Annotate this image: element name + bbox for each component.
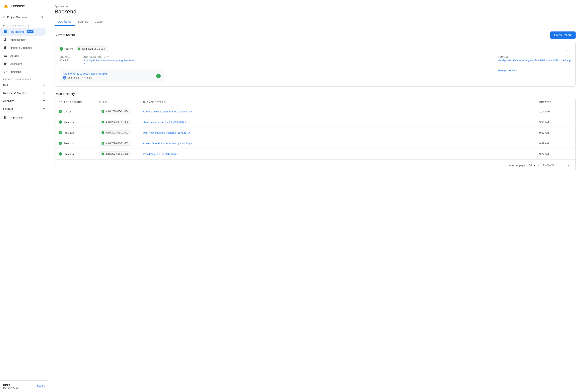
col-build: Build (99, 101, 143, 104)
check-circle-icon: ✓ (59, 131, 62, 134)
check-circle-icon: ✓ (60, 47, 63, 51)
status-cell: ✓ Current (59, 110, 99, 113)
build-check-icon: ✓ (102, 152, 104, 155)
tab-settings[interactable]: Settings (75, 18, 92, 26)
svg-rect-1 (4, 31, 7, 32)
col-created: Created (539, 101, 571, 104)
current-status-tag: ✓ Current (60, 47, 73, 51)
status-label: Previous (64, 142, 74, 145)
change-cell: show new chats in the UI (198a89f) ↗ (143, 120, 539, 124)
functions-icon (3, 70, 7, 74)
svg-rect-2 (4, 32, 7, 33)
sidebar-item-app-hosting[interactable]: App Hosting NEW (0, 28, 46, 36)
sidebar-item-authentication[interactable]: Authentication (0, 36, 46, 44)
build-cell: ✓ build-2024-05-11-003 (99, 120, 143, 124)
sidebar: Firebase ⌂ Project Overview ⚙ Project sh… (0, 0, 48, 392)
created-cell: 9:27 AM (539, 152, 571, 156)
created-value: 10:43 AM (60, 59, 71, 62)
check-circle-icon: ✓ (59, 142, 62, 145)
pagination-nav: ‹ › (558, 162, 571, 168)
change-cell: Install AngularFire (f04a06b) ↗ (143, 152, 539, 156)
tab-usage[interactable]: Usage (91, 18, 106, 26)
next-page-button[interactable]: › (565, 162, 571, 168)
sidebar-item-label-app-hosting: App Hosting (10, 30, 24, 33)
created-label: Created (60, 56, 71, 58)
plan-name: Blaze (3, 384, 19, 386)
tab-dashboard[interactable]: Dashboard (55, 18, 75, 26)
build-check-icon: ✓ (78, 48, 81, 50)
commit-check-icon: ✓ (156, 74, 161, 78)
prev-page-button[interactable]: ‹ (558, 162, 564, 168)
build-value: build-2024-05-11-000 (106, 152, 129, 155)
change-cell: Add the ability to post images (6341067)… (143, 110, 539, 113)
change-link[interactable]: Install AngularFire (f04a06b) ↗ (143, 152, 179, 156)
change-link[interactable]: show new chats in the UI (198a89f) ↗ (143, 121, 187, 124)
branch-icon: ⑂ (84, 76, 86, 79)
modify-button[interactable]: Modify (37, 385, 45, 388)
created-group: Created 10:43 AM (60, 56, 71, 65)
build-value: build-2024-05-11-002 (106, 131, 129, 134)
sidebar-item-extensions[interactable]: Extensions (0, 60, 46, 68)
build-tag-row: ✓ build-2024-05-11-000 (99, 152, 131, 156)
project-overview-row: ⌂ Project Overview ⚙ (0, 12, 48, 22)
project-overview-nav[interactable]: ⌂ Project Overview (3, 15, 27, 19)
extensions-icon (3, 62, 7, 66)
domain-url-link[interactable]: friendlychat-codelab--test-angular17-cod… (497, 59, 570, 62)
created-cell: 9:50 AM (539, 131, 571, 134)
source-repo-link[interactable]: https://github.com/jhuleatt/tmp-angular-… (83, 59, 137, 62)
rollout-tags: ✓ Current ✓ build-2024-05-11-004 (60, 46, 107, 51)
category-analytics[interactable]: Analytics ▾ (0, 97, 48, 105)
change-link[interactable]: Adding Google Authentication (dcaab0b) ↗ (143, 142, 193, 145)
sidebar-item-label-extensions: Extensions (10, 62, 23, 65)
change-link[interactable]: Add the ability to post images (6341067)… (143, 110, 193, 113)
project-shortcuts-label: Project shortcuts (0, 22, 48, 28)
status-cell: ✓ Previous (59, 142, 99, 145)
status-label: Current (64, 110, 72, 113)
build-value: build-2024-05-11-004 (106, 110, 129, 113)
sidebar-item-firestore[interactable]: Firestore Database (0, 44, 46, 52)
sidebar-item-label-firestore: Firestore Database (10, 46, 32, 49)
status-label: Previous (64, 121, 74, 124)
per-page-select[interactable]: 10 25 50 (527, 163, 536, 167)
table-row: ✓ Current ✓ build-2024-05-11-004 Add the… (55, 106, 575, 117)
created-cell: 9:49 AM (539, 142, 571, 145)
category-build[interactable]: Build ▾ (0, 81, 48, 89)
gear-icon: ⚙ (40, 15, 43, 19)
category-release-monitor[interactable]: Release & Monitor ▾ (0, 89, 48, 97)
items-per-page-label: Items per page: (508, 164, 526, 167)
overflow-menu-button[interactable]: ⋮ (565, 46, 570, 52)
manage-domains-link[interactable]: Manage domains (497, 69, 570, 72)
create-rollout-button[interactable]: Create rollout (550, 32, 575, 39)
sidebar-item-storage[interactable]: Storage (0, 52, 46, 60)
build-check-icon: ✓ (102, 121, 104, 124)
created-cell: 10:43 AM (539, 110, 571, 113)
build-tag: ✓ build-2024-05-11-004 (75, 46, 107, 51)
table-row: ✓ Previous ✓ build-2024-05-11-002 Post n… (55, 128, 575, 138)
page-title: Backend (55, 8, 575, 15)
status-label: Previous (64, 152, 74, 156)
source-repo-label: Source repository (83, 56, 137, 58)
settings-button[interactable]: ⚙ (39, 14, 45, 20)
sidebar-item-label-storage: Storage (10, 54, 19, 57)
build-cell: ✓ build-2024-05-11-002 (99, 130, 143, 135)
category-engage[interactable]: Engage ▾ (0, 105, 48, 113)
check-circle-icon: ✓ (59, 110, 62, 113)
product-categories-label: Product categories (0, 76, 48, 81)
commit-link[interactable]: Add the ability to post images (6341067) (63, 72, 110, 75)
chevron-down-icon: ▾ (43, 91, 45, 95)
sidebar-item-all-products[interactable]: All products (0, 114, 46, 122)
chevron-down-icon: ▾ (538, 164, 539, 166)
current-rollout-card: ✓ Current ✓ build-2024-05-11-004 ⋮ Creat… (55, 42, 575, 86)
build-check-icon: ✓ (102, 142, 104, 145)
build-cell: ✓ build-2024-05-11-000 (99, 152, 143, 156)
build-value: build-2024-05-11-003 (106, 121, 129, 124)
build-tag-row: ✓ build-2024-05-11-002 (99, 130, 131, 135)
build-cell: ✓ build-2024-05-11-004 (99, 109, 143, 114)
domains-group: Domains friendlychat-codelab--test-angul… (497, 56, 570, 72)
table-row: ✓ Previous ✓ build-2024-05-11-000 Instal… (55, 149, 575, 159)
sidebar-item-functions[interactable]: Functions (0, 68, 46, 76)
current-rollout-header: Current rollout Create rollout (55, 32, 575, 39)
rollout-card-body: Created 10:43 AM Source repository https… (60, 56, 570, 82)
change-link[interactable]: Post new chats to Firestore (7107a31) ↗ (143, 131, 190, 134)
app-name: Firebase (11, 4, 25, 8)
